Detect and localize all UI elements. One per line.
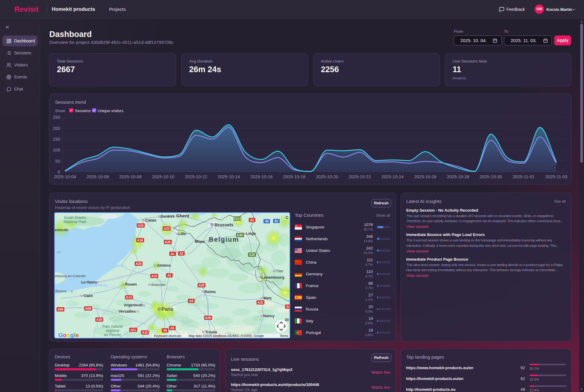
svg-text:Argenteuil: Argenteuil — [124, 303, 143, 307]
svg-text:Beauvais: Beauvais — [151, 283, 166, 286]
svg-text:250: 250 — [53, 115, 60, 120]
svg-text:A1: A1 — [167, 274, 171, 277]
svg-text:100: 100 — [53, 148, 60, 152]
svg-text:Paris: Paris — [161, 307, 173, 312]
svg-text:2025-11-01: 2025-11-01 — [512, 174, 534, 179]
svg-text:Parc naturel: Parc naturel — [102, 324, 122, 329]
svg-text:E313: E313 — [234, 217, 241, 220]
svg-text:Rouen: Rouen — [125, 282, 137, 286]
svg-text:A26: A26 — [205, 316, 211, 320]
svg-text:A13: A13 — [126, 296, 132, 299]
svg-text:Terms: Terms — [280, 334, 288, 338]
svg-text:2025-10-22: 2025-10-22 — [349, 174, 371, 179]
svg-text:2025-10-10: 2025-10-10 — [152, 174, 174, 179]
svg-text:A2: A2 — [250, 218, 254, 222]
svg-text:A4: A4 — [286, 305, 290, 308]
svg-text:Nancy: Nancy — [263, 314, 275, 318]
svg-text:erbourg-en-Cotentin: erbourg-en-Cotentin — [55, 274, 86, 278]
svg-text:Map data ©2025 GeoBasis-DE/BKG: Map data ©2025 GeoBasis-DE/BKG (©2009), … — [189, 334, 264, 338]
svg-text:44: 44 — [265, 219, 269, 223]
svg-text:A26: A26 — [165, 240, 171, 244]
svg-text:Bayeux: Bayeux — [55, 289, 66, 293]
svg-text:Versailles: Versailles — [118, 309, 136, 314]
svg-text:Mons: Mons — [195, 240, 205, 244]
svg-text:Lille: Lille — [178, 232, 186, 236]
svg-text:2025-10-24: 2025-10-24 — [381, 174, 404, 179]
svg-text:Le Havre: Le Havre — [81, 280, 97, 284]
svg-text:Reims: Reims — [204, 290, 216, 294]
svg-text:A16: A16 — [138, 224, 143, 227]
svg-text:A11: A11 — [131, 328, 136, 332]
svg-text:2025-10-26: 2025-10-26 — [414, 174, 436, 179]
svg-text:A88: A88 — [85, 307, 91, 310]
svg-text:Caen: Caen — [84, 294, 93, 298]
svg-text:St: St — [285, 318, 289, 322]
svg-text:Luxembourg: Luxembourg — [262, 275, 284, 280]
svg-text:Metz: Metz — [263, 296, 272, 300]
svg-text:2025-10-06: 2025-10-06 — [87, 174, 109, 179]
svg-text:A16: A16 — [137, 238, 143, 242]
svg-text:2025-10-30: 2025-10-30 — [480, 174, 502, 179]
svg-text:2025-10-12: 2025-10-12 — [185, 174, 207, 179]
svg-text:A4: A4 — [189, 299, 193, 303]
svg-text:2025-10-08: 2025-10-08 — [119, 174, 142, 179]
svg-text:A31: A31 — [257, 301, 263, 304]
svg-text:Trier: Trier — [276, 269, 283, 273]
svg-text:2025-10-16: 2025-10-16 — [251, 174, 273, 179]
svg-text:A28: A28 — [96, 318, 102, 321]
svg-text:A1: A1 — [171, 252, 175, 256]
svg-text:2025-10-04: 2025-10-04 — [54, 174, 76, 179]
svg-text:A26: A26 — [198, 283, 204, 287]
svg-text:Amiens: Amiens — [157, 263, 171, 268]
svg-text:E25: E25 — [249, 253, 255, 256]
svg-text:E42: E42 — [237, 233, 243, 237]
svg-text:A6: A6 — [163, 329, 167, 332]
svg-text:200: 200 — [53, 126, 60, 131]
svg-text:2025-11-03: 2025-11-03 — [545, 174, 567, 179]
svg-text:A25: A25 — [164, 227, 169, 230]
svg-text:A10: A10 — [142, 331, 148, 334]
svg-text:National Park: National Park — [64, 220, 87, 224]
svg-text:nel: nel — [57, 250, 61, 254]
svg-text:C: C — [286, 216, 288, 220]
svg-text:Google: Google — [58, 332, 79, 338]
svg-text:Liège: Liège — [246, 231, 256, 236]
svg-text:Calais: Calais — [145, 218, 156, 222]
svg-text:50: 50 — [55, 159, 60, 164]
svg-text:Troyes: Troyes — [205, 330, 217, 334]
svg-text:A84: A84 — [57, 308, 63, 311]
svg-text:0: 0 — [58, 170, 60, 174]
svg-text:A28: A28 — [136, 262, 141, 265]
svg-text:A16: A16 — [151, 274, 157, 278]
svg-text:South Downs: South Downs — [64, 216, 86, 220]
svg-text:2025-10-14: 2025-10-14 — [218, 174, 240, 179]
svg-text:Belgium: Belgium — [209, 236, 239, 243]
svg-text:emouth: emouth — [55, 228, 68, 232]
svg-text:150: 150 — [53, 137, 60, 142]
svg-text:régional: régional — [106, 329, 119, 333]
svg-text:Keyboard shortcuts: Keyboard shortcuts — [154, 334, 181, 338]
svg-text:A2: A2 — [179, 252, 183, 255]
svg-text:2025-10-20: 2025-10-20 — [316, 174, 338, 179]
svg-text:Brussels: Brussels — [214, 222, 233, 227]
svg-text:61: 61 — [275, 219, 278, 223]
svg-text:2025-10-28: 2025-10-28 — [447, 174, 469, 179]
svg-text:A5: A5 — [170, 326, 174, 330]
svg-text:Ghent: Ghent — [176, 213, 189, 218]
svg-text:Dunkirk: Dunkirk — [161, 214, 175, 219]
svg-text:2025-10-18: 2025-10-18 — [283, 174, 305, 179]
svg-text:du Perche: du Perche — [104, 333, 121, 337]
